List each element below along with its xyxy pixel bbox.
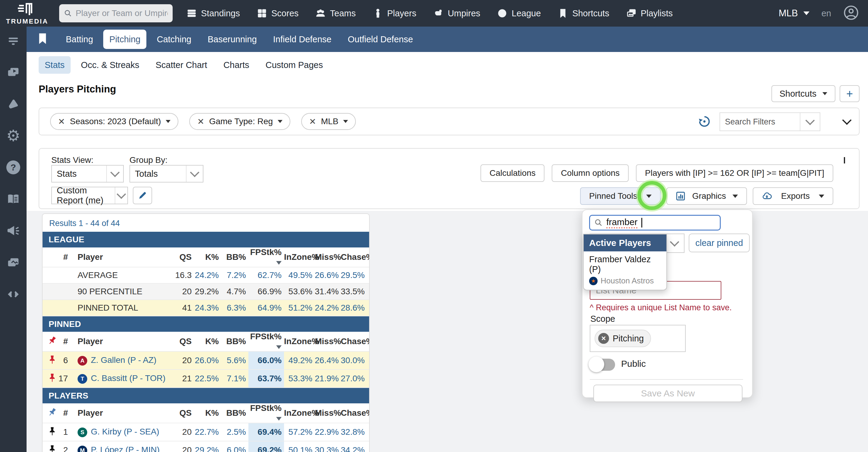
tab-custom-pages[interactable]: Custom Pages	[259, 56, 329, 74]
tab-stats[interactable]: Stats	[39, 56, 71, 74]
stats-view-select[interactable]: Stats	[51, 165, 124, 182]
search-filters-dropdown[interactable]	[800, 113, 820, 131]
exports-dropdown[interactable]: Exports	[753, 187, 833, 205]
tab-infield-defense[interactable]: Infield Defense	[267, 30, 337, 49]
player-link[interactable]: Z. Gallen (P - AZ)	[91, 355, 156, 365]
chevron-down-icon	[823, 92, 827, 95]
filter-expression-button[interactable]: Players with [IP] >= 162 OR [IP] >= team…	[636, 164, 833, 182]
unpin-button[interactable]	[42, 369, 56, 388]
tab-batting[interactable]: Batting	[60, 30, 99, 49]
settings-gear-icon[interactable]: ⚙	[6, 129, 21, 143]
nav-umpires[interactable]: Umpires	[433, 8, 480, 19]
divider	[590, 379, 743, 380]
suggestion-framber-valdez[interactable]: Framber Valdez (P) ★ Houston Astros	[584, 251, 666, 290]
graphics-dropdown[interactable]: Graphics	[666, 187, 747, 205]
pin-column-header[interactable]	[42, 403, 56, 423]
collapse-controls-button[interactable]	[844, 157, 845, 163]
nav-label: Shortcuts	[572, 8, 609, 19]
filters-icon[interactable]	[6, 33, 21, 48]
bookmark-icon	[558, 8, 568, 19]
filter-chip-seasons[interactable]: ✕ Seasons: 2023 (Default)	[50, 113, 178, 130]
remove-scope-icon[interactable]: ✕	[598, 333, 609, 344]
filter-history-icon[interactable]	[698, 115, 711, 128]
report-select[interactable]: Custom Report (me)	[51, 187, 128, 204]
search-filters-input[interactable]	[720, 117, 800, 126]
calculations-button[interactable]: Calculations	[480, 164, 545, 182]
nav-standings[interactable]: Standings	[187, 8, 240, 19]
shortcuts-dropdown[interactable]: Shortcuts	[771, 85, 835, 102]
column-header-qs[interactable]: QS	[167, 248, 194, 267]
view-nav: Stats Occ. & Streaks Scatter Chart Chart…	[27, 52, 868, 78]
column-header-bb[interactable]: BB%	[221, 248, 248, 267]
team-logo: S	[78, 427, 87, 437]
league-selector[interactable]: MLB	[779, 8, 809, 19]
tab-baserunning[interactable]: Baserunning	[202, 30, 263, 49]
chevron-down-icon	[278, 120, 282, 123]
public-toggle[interactable]	[590, 359, 615, 371]
save-as-new-button[interactable]: Save As New	[593, 385, 742, 402]
sport-nav: Batting Pitching Catching Baserunning In…	[27, 27, 868, 52]
tab-catching[interactable]: Catching	[151, 30, 197, 49]
filter-chip-game-type[interactable]: ✕ Game Type: Reg	[189, 113, 290, 130]
column-header-chase[interactable]: Chase%	[341, 248, 370, 267]
remove-filter-icon[interactable]: ✕	[58, 117, 65, 126]
remove-filter-icon[interactable]: ✕	[197, 117, 204, 126]
pin-button[interactable]	[42, 423, 56, 441]
tab-pitching[interactable]: Pitching	[103, 30, 146, 49]
nav-scores[interactable]: Scores	[257, 8, 299, 19]
column-header-fpstk[interactable]: FPStk%	[248, 248, 284, 267]
tab-occ-streaks[interactable]: Occ. & Streaks	[75, 56, 145, 74]
clear-pinned-button[interactable]: clear pinned	[689, 233, 750, 252]
global-search-input[interactable]	[76, 8, 168, 18]
embed-code-icon[interactable]	[6, 287, 21, 302]
table-row-90-percentile: 90 PERCENTILE 20 29.2% 4.7% 66.9% 53.6% …	[42, 283, 370, 300]
search-icon	[64, 9, 72, 18]
column-options-button[interactable]: Column options	[552, 164, 629, 182]
trumedia-logo[interactable]: TRUMEDIA	[0, 1, 54, 25]
media-gallery-icon[interactable]	[6, 255, 21, 270]
filter-chip-league[interactable]: ✕ MLB	[301, 113, 356, 130]
popup-player-search[interactable]: framber	[589, 215, 721, 230]
player-link[interactable]: C. Bassitt (P - TOR)	[91, 373, 165, 383]
player-link[interactable]: P. López (P - MIN)	[91, 445, 160, 452]
bookmark-page-icon[interactable]	[38, 33, 47, 46]
tab-scatter-chart[interactable]: Scatter Chart	[149, 56, 213, 74]
remove-filter-icon[interactable]: ✕	[309, 117, 316, 126]
column-header-player[interactable]: Player	[70, 248, 167, 267]
account-menu[interactable]	[843, 5, 859, 22]
column-header-k[interactable]: K%	[194, 248, 221, 267]
announcements-megaphone-icon[interactable]	[6, 224, 21, 238]
select-caret	[115, 187, 127, 204]
pin-button[interactable]	[42, 441, 56, 452]
tab-charts[interactable]: Charts	[217, 56, 255, 74]
column-header-inzone[interactable]: InZone%	[284, 248, 315, 267]
language-selector[interactable]: en	[822, 8, 831, 19]
glossary-book-icon[interactable]	[6, 192, 21, 206]
nav-teams[interactable]: Teams	[315, 8, 355, 19]
help-icon[interactable]: ?	[6, 160, 21, 175]
global-search[interactable]	[59, 4, 173, 22]
chevron-down-icon	[819, 195, 824, 198]
chevron-down-icon	[117, 190, 126, 199]
pinned-tools-dropdown[interactable]: Pinned Tools	[580, 187, 661, 205]
brand-name: TRUMEDIA	[6, 18, 48, 25]
nav-league[interactable]: League	[497, 8, 541, 19]
tab-outfield-defense[interactable]: Outfield Defense	[342, 30, 419, 49]
nav-playlists[interactable]: Playlists	[626, 8, 673, 19]
column-header-row: # Player QS K% BB% FPStk% InZone% Miss% …	[42, 332, 370, 351]
nav-shortcuts[interactable]: Shortcuts	[558, 8, 609, 19]
field-icon[interactable]	[6, 97, 21, 111]
column-header-rank[interactable]: #	[56, 248, 70, 267]
column-header-miss[interactable]: Miss%	[315, 248, 341, 267]
video-playlists-icon[interactable]	[6, 65, 21, 80]
player-link[interactable]: G. Kirby (P - SEA)	[91, 427, 159, 436]
nav-players[interactable]: Players	[373, 8, 416, 19]
pin-column-header[interactable]	[42, 332, 56, 351]
top-nav: Standings Scores Teams Players Umpires L…	[187, 8, 673, 19]
group-by-select[interactable]: Totals	[129, 165, 204, 182]
edit-report-button[interactable]	[133, 187, 152, 204]
league-selector-value: MLB	[779, 8, 798, 19]
unpin-button[interactable]	[42, 351, 56, 369]
collapse-filters-button[interactable]	[841, 115, 853, 128]
add-shortcut-button[interactable]: +	[840, 85, 860, 102]
